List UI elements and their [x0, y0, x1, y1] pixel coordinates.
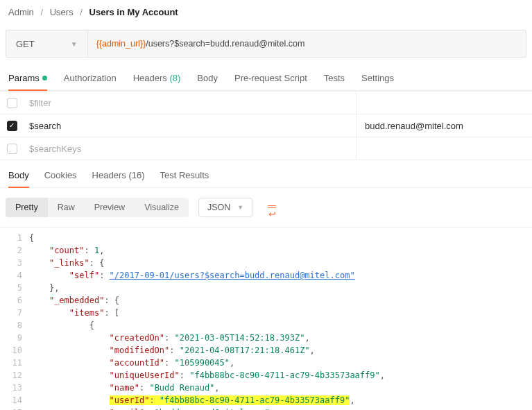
tab-body[interactable]: Body: [197, 73, 218, 90]
response-body[interactable]: 123456789101112131415 { "count": 1, "_li…: [0, 228, 532, 410]
breadcrumb-separator: /: [80, 7, 83, 17]
view-mode-group: Pretty Raw Preview Visualize: [6, 198, 189, 217]
tab-prerequest[interactable]: Pre-request Script: [234, 73, 307, 90]
param-key[interactable]: $searchKeys: [24, 137, 357, 160]
tab-settings[interactable]: Settings: [361, 73, 394, 90]
tab-response-headers[interactable]: Headers (16): [92, 170, 145, 187]
tab-response-cookies[interactable]: Cookies: [44, 170, 77, 187]
param-key[interactable]: $search: [24, 114, 357, 137]
view-visualize-button[interactable]: Visualize: [135, 198, 189, 217]
param-row: ✓$searchbudd.renaud@mitel.com: [0, 114, 532, 137]
view-pretty-button[interactable]: Pretty: [6, 198, 48, 217]
tab-params[interactable]: Params: [8, 73, 47, 90]
request-tabs: Params Authorization Headers (8) Body Pr…: [0, 62, 532, 91]
http-method-select[interactable]: GET ▼: [6, 31, 88, 57]
response-tabs: Body Cookies Headers (16) Test Results: [0, 160, 532, 188]
tab-authorization[interactable]: Authorization: [64, 73, 117, 90]
lang-select[interactable]: JSON▼: [198, 198, 252, 217]
url-rest: /users?$search=budd.renaud@mitel.com: [146, 39, 304, 49]
request-url-bar: GET ▼ {{admin_url}}/users?$search=budd.r…: [6, 30, 526, 58]
breadcrumb-item[interactable]: Users: [50, 7, 74, 17]
chevron-down-icon: ▼: [237, 204, 243, 211]
http-method-label: GET: [16, 39, 35, 49]
url-variable: {{admin_url}}: [96, 39, 146, 49]
breadcrumb-separator: /: [40, 7, 43, 17]
breadcrumb: Admin / Users / Users in My Account: [0, 0, 532, 26]
tab-response-body[interactable]: Body: [8, 170, 29, 187]
param-checkbox[interactable]: ✓: [7, 121, 17, 131]
tab-headers[interactable]: Headers (8): [133, 73, 181, 90]
breadcrumb-current: Users in My Account: [89, 7, 178, 17]
chevron-down-icon: ▼: [71, 40, 78, 48]
param-checkbox[interactable]: [7, 144, 17, 154]
view-preview-button[interactable]: Preview: [85, 198, 135, 217]
active-dot-icon: [42, 76, 47, 80]
params-table: $filter✓$searchbudd.renaud@mitel.com$sea…: [0, 91, 532, 160]
code-source: { "count": 1, "_links": { "self": "/2017…: [29, 228, 532, 410]
wrap-icon: ↩: [268, 205, 276, 219]
param-key[interactable]: $filter: [24, 92, 357, 114]
url-input[interactable]: {{admin_url}}/users?$search=budd.renaud@…: [88, 31, 526, 57]
tab-tests[interactable]: Tests: [324, 73, 345, 90]
param-row: $filter: [0, 91, 532, 114]
view-raw-button[interactable]: Raw: [48, 198, 85, 217]
line-gutter: 123456789101112131415: [0, 228, 29, 410]
param-row: $searchKeys: [0, 137, 532, 160]
param-checkbox[interactable]: [7, 98, 17, 108]
param-value[interactable]: budd.renaud@mitel.com: [357, 121, 532, 131]
response-view-toolbar: Pretty Raw Preview Visualize JSON▼ ↩: [0, 188, 532, 228]
wrap-lines-button[interactable]: ↩: [264, 194, 280, 221]
breadcrumb-item[interactable]: Admin: [8, 7, 34, 17]
tab-response-tests[interactable]: Test Results: [160, 170, 209, 187]
